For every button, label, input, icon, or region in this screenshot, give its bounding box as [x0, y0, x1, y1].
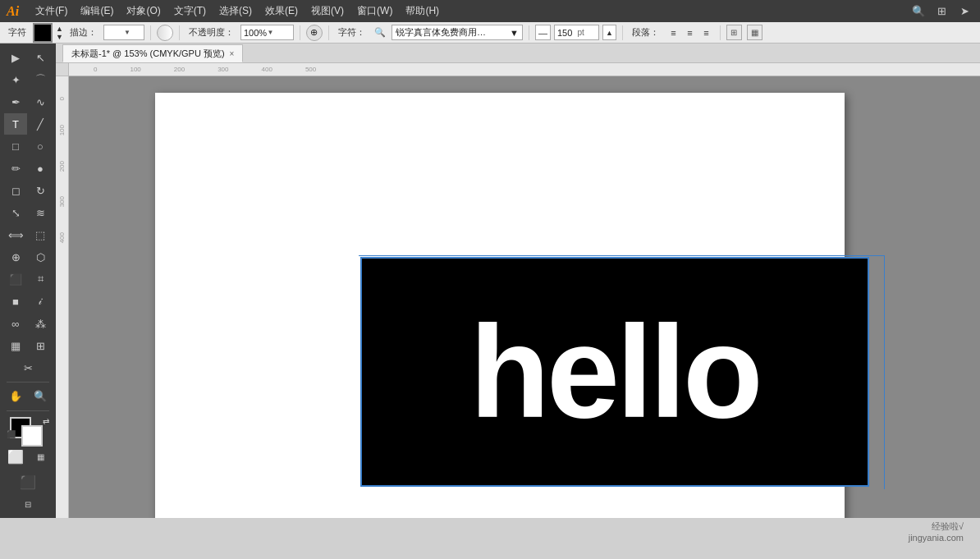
align-right-btn[interactable]: ≡ — [698, 25, 714, 40]
sep2 — [179, 25, 180, 40]
zoom-tool[interactable]: 🔍 — [29, 386, 52, 407]
background-color[interactable] — [21, 425, 43, 447]
paragraph-label: 段落： — [629, 26, 662, 39]
live-paint-tool[interactable]: ⬡ — [29, 246, 52, 268]
font-selector[interactable]: 锐字真言体免费商用… ▼ — [392, 25, 523, 40]
eraser-tool[interactable]: ◻ — [4, 180, 27, 201]
document-canvas[interactable]: hello 经验啦√ jingyania.com — [69, 76, 980, 518]
menu-effect[interactable]: 效果(E) — [259, 2, 305, 21]
rotate-tool[interactable]: ↻ — [29, 180, 52, 201]
symbol-spray-tool[interactable]: ⁂ — [29, 313, 52, 334]
sep6 — [622, 25, 623, 40]
menu-select[interactable]: 选择(S) — [213, 2, 259, 21]
shape-builder-tool[interactable]: ⊕ — [4, 246, 27, 268]
grid-view-btn[interactable]: ⊞ — [726, 25, 742, 40]
hello-text-content[interactable]: hello — [362, 259, 868, 485]
none-color-btn[interactable]: ⬜ — [4, 446, 27, 467]
blend-tool[interactable]: ∞ — [4, 313, 27, 334]
slice-tool[interactable]: ✂ — [16, 357, 39, 378]
document-content: hello 经验啦√ jingyania.com — [155, 93, 894, 518]
sep7 — [720, 25, 721, 40]
type-tool[interactable]: T — [4, 113, 27, 135]
menu-help[interactable]: 帮助(H) — [399, 2, 446, 21]
reset-colors-icon[interactable]: ⬛ — [7, 430, 16, 438]
style-btn[interactable]: ⊕ — [306, 25, 323, 41]
opacity-dropdown[interactable]: 100% ▼ — [240, 25, 294, 40]
stroke-arrow: ▼ — [124, 29, 141, 36]
menu-type[interactable]: 文字(T) — [167, 2, 213, 21]
panel-btn[interactable]: ▦ — [747, 25, 762, 40]
font-size-value: 150 — [557, 28, 576, 38]
ruler-v-content: 0 100 200 300 400 — [58, 76, 66, 255]
blob-brush-tool[interactable]: ● — [29, 158, 52, 179]
tool-row-6: ✏ ● — [3, 158, 53, 179]
selection-right-handle — [884, 255, 885, 489]
char-label: 字符 — [5, 26, 30, 39]
ruler-corner — [56, 63, 69, 76]
document-tab[interactable]: 未标题-1* @ 153% (CMYK/GPU 预览) × — [62, 44, 243, 62]
gradient-tool[interactable]: ■ — [4, 291, 27, 312]
width-tool[interactable]: ⟺ — [4, 224, 27, 245]
app-logo: Ai — [7, 4, 19, 19]
font-size-down-btn[interactable]: — — [535, 25, 551, 40]
hello-text-frame[interactable]: hello — [360, 257, 869, 487]
font-search-icon[interactable]: 🔍 — [372, 25, 388, 41]
send-icon[interactable]: ➤ — [955, 2, 973, 21]
align-left-btn[interactable]: ≡ — [666, 25, 681, 40]
tab-bar: 未标题-1* @ 153% (CMYK/GPU 预览) × — [56, 44, 980, 63]
brush-tool[interactable]: ✏ — [4, 158, 27, 179]
font-size-up-btn[interactable]: ▲ — [602, 25, 616, 40]
tool-row-1: ▶ ↖ — [3, 47, 53, 68]
tool-row-3: ✒ ∿ — [3, 91, 53, 112]
fill-color-swatch[interactable] — [33, 23, 53, 43]
ellipse-tool[interactable]: ○ — [29, 135, 52, 157]
pen-tool[interactable]: ✒ — [4, 91, 27, 112]
search-icon[interactable]: 🔍 — [909, 2, 927, 21]
swap-colors-icon[interactable]: ⇄ — [43, 417, 49, 426]
gradient-color-btn[interactable]: ▦ — [29, 446, 52, 467]
view-btns: ⬛ — [3, 471, 53, 493]
opacity-arrow: ▼ — [267, 29, 291, 36]
mesh-tool[interactable]: ⌗ — [29, 268, 52, 290]
magic-wand-tool[interactable]: ✦ — [4, 69, 27, 90]
menu-bar: Ai 文件(F) 编辑(E) 对象(O) 文字(T) 选择(S) 效果(E) 视… — [0, 0, 980, 22]
artboard-tool[interactable]: ⊞ — [29, 335, 52, 356]
direct-selection-tool[interactable]: ↖ — [29, 47, 52, 68]
menu-edit[interactable]: 编辑(E) — [74, 2, 120, 21]
stroke-dropdown[interactable]: ▼ — [103, 25, 144, 40]
menu-window[interactable]: 窗口(W) — [350, 2, 399, 21]
tool-row-12: ■ 𝒾 — [3, 291, 53, 312]
font-arrow: ▼ — [510, 28, 519, 38]
line-tool[interactable]: ╱ — [29, 113, 52, 135]
tool-row-4: T ╱ — [3, 113, 53, 135]
paragraph-align-btns: ≡ ≡ ≡ — [666, 25, 714, 40]
scale-tool[interactable]: ⤡ — [4, 202, 27, 223]
tool-row-18: ⬛ — [3, 471, 53, 493]
change-screen-mode[interactable]: ⬛ — [16, 471, 39, 493]
brush-style-btn[interactable] — [157, 25, 173, 41]
hand-tool[interactable]: ✋ — [4, 386, 27, 407]
curvature-tool[interactable]: ∿ — [29, 91, 52, 112]
perspective-grid-tool[interactable]: ⬛ — [4, 268, 27, 290]
artboard-nav-btn[interactable]: ⊟ — [16, 493, 39, 515]
eyedropper-tool[interactable]: 𝒾 — [29, 291, 52, 312]
tool-row-5: □ ○ — [3, 135, 53, 157]
arrange-icon[interactable]: ⊞ — [932, 2, 950, 21]
stroke-down-arrow[interactable]: ▼ — [56, 33, 63, 41]
free-transform-tool[interactable]: ⬚ — [29, 224, 52, 245]
menu-file[interactable]: 文件(F) — [29, 2, 74, 21]
tab-close-btn[interactable]: × — [230, 49, 235, 58]
rect-tool[interactable]: □ — [4, 135, 27, 157]
menu-object[interactable]: 对象(O) — [120, 2, 167, 21]
menu-view[interactable]: 视图(V) — [305, 2, 350, 21]
align-center-btn[interactable]: ≡ — [682, 25, 698, 40]
font-size-dropdown[interactable]: 150 pt — [554, 25, 599, 40]
warp-tool[interactable]: ≋ — [29, 202, 52, 223]
column-graph-tool[interactable]: ▦ — [4, 335, 27, 356]
stroke-up-arrow[interactable]: ▲ — [56, 25, 63, 33]
lasso-tool[interactable]: ⌒ — [29, 69, 52, 90]
horizontal-ruler: 0 100 200 300 400 500 — [69, 63, 980, 76]
color-swatches: ⇄ ⬛ — [3, 417, 53, 438]
selection-tool[interactable]: ▶ — [4, 47, 27, 68]
artboard: hello — [155, 93, 845, 518]
